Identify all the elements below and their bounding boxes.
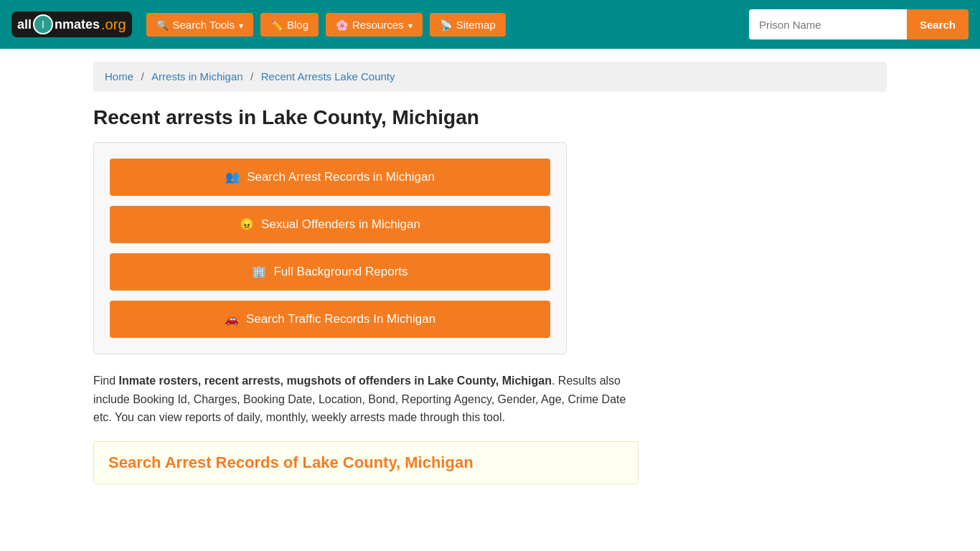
- search-tools-button[interactable]: Search Tools: [146, 13, 253, 37]
- logo-text-all: all: [17, 17, 32, 32]
- resources-icon: [336, 19, 348, 31]
- breadcrumb-home[interactable]: Home: [105, 70, 133, 83]
- navbar: all I nmates .org Search Tools Blog Reso…: [0, 0, 980, 49]
- arrest-records-button[interactable]: Search Arrest Records in Michigan: [110, 159, 550, 196]
- blog-button[interactable]: Blog: [260, 13, 319, 37]
- action-button-box: Search Arrest Records in Michigan Sexual…: [93, 142, 567, 354]
- sexual-offenders-button[interactable]: Sexual Offenders in Michigan: [110, 206, 550, 243]
- sitemap-label: Sitemap: [456, 19, 496, 31]
- sitemap-icon: [440, 19, 452, 31]
- face-icon: [240, 217, 254, 232]
- sitemap-button[interactable]: Sitemap: [430, 13, 506, 37]
- breadcrumb-current: Recent Arrests Lake County: [261, 70, 395, 83]
- resources-label: Resources: [352, 19, 404, 31]
- main-content: Recent arrests in Lake County, Michigan …: [93, 106, 887, 484]
- logo[interactable]: all I nmates .org: [11, 11, 132, 37]
- building-icon: [252, 265, 266, 279]
- description-bold: Inmate rosters, recent arrests, mugshots…: [119, 375, 552, 387]
- traffic-records-button[interactable]: Search Traffic Records In Michigan: [110, 301, 550, 338]
- nav-search-area: Search: [749, 9, 969, 39]
- logo-dot: .org: [101, 17, 126, 33]
- people-icon: [225, 170, 240, 184]
- background-reports-button[interactable]: Full Background Reports: [110, 253, 550, 291]
- breadcrumb-sep-1: /: [141, 70, 143, 83]
- logo-icon: I: [33, 14, 53, 34]
- nav-search-button[interactable]: Search: [907, 9, 969, 39]
- description-prefix: Find: [93, 375, 119, 387]
- resources-button[interactable]: Resources: [326, 13, 423, 37]
- blog-label: Blog: [287, 19, 308, 31]
- yellow-section: Search Arrest Records of Lake County, Mi…: [93, 441, 639, 484]
- breadcrumb-sep-2: /: [250, 70, 253, 83]
- search-icon: [156, 19, 169, 31]
- chevron-down-icon: [239, 19, 243, 31]
- traffic-records-label: Search Traffic Records In Michigan: [246, 312, 435, 326]
- chevron-down-icon-2: [408, 19, 413, 31]
- search-tools-label: Search Tools: [173, 19, 235, 31]
- description-text: Find Inmate rosters, recent arrests, mug…: [93, 372, 639, 427]
- background-reports-label: Full Background Reports: [273, 265, 407, 279]
- sexual-offenders-label: Sexual Offenders in Michigan: [261, 217, 420, 232]
- page-title: Recent arrests in Lake County, Michigan: [93, 106, 887, 129]
- arrest-records-label: Search Arrest Records in Michigan: [247, 170, 435, 184]
- car-icon: [225, 312, 239, 326]
- breadcrumb: Home / Arrests in Michigan / Recent Arre…: [93, 62, 887, 92]
- logo-text-inmates: nmates: [55, 17, 100, 32]
- breadcrumb-arrests-michigan[interactable]: Arrests in Michigan: [151, 70, 243, 83]
- prison-search-input[interactable]: [749, 9, 907, 39]
- blog-icon: [270, 19, 283, 31]
- yellow-section-title: Search Arrest Records of Lake County, Mi…: [108, 453, 473, 471]
